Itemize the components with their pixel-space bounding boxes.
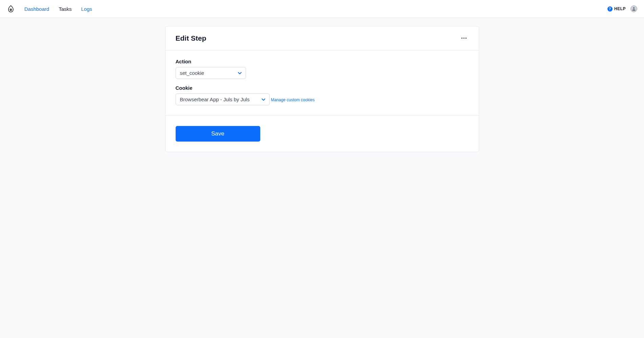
cookie-label: Cookie: [176, 85, 469, 91]
card-title: Edit Step: [176, 34, 206, 42]
card-body: Action set_cookie Cookie: [165, 50, 479, 116]
main-content: Edit Step ··· Action set_cookie: [0, 18, 644, 160]
help-label: HELP: [614, 6, 626, 11]
nav-left: Dashboard Tasks Logs: [7, 5, 92, 13]
cookie-select[interactable]: Browserbear App - Juls by Juls: [176, 93, 270, 105]
action-field-group: Action set_cookie: [176, 59, 469, 79]
svg-point-2: [11, 9, 12, 10]
more-menu-button[interactable]: ···: [460, 34, 468, 43]
svg-point-1: [10, 9, 11, 10]
nav-link-dashboard[interactable]: Dashboard: [24, 6, 49, 12]
action-select-wrap: set_cookie: [176, 67, 246, 79]
card-header: Edit Step ···: [165, 26, 479, 50]
top-navigation: Dashboard Tasks Logs ? HELP: [0, 0, 644, 18]
nav-link-logs[interactable]: Logs: [81, 6, 92, 12]
help-icon: ?: [607, 6, 613, 12]
action-select[interactable]: set_cookie: [176, 67, 246, 79]
avatar[interactable]: [630, 5, 637, 12]
logo[interactable]: [7, 5, 15, 13]
edit-step-card: Edit Step ··· Action set_cookie: [165, 26, 479, 152]
svg-point-0: [10, 8, 12, 10]
nav-right: ? HELP: [607, 5, 637, 12]
nav-link-tasks[interactable]: Tasks: [59, 6, 71, 12]
help-link[interactable]: ? HELP: [607, 6, 626, 12]
cookie-select-wrap: Browserbear App - Juls by Juls: [176, 93, 270, 105]
logo-icon: [7, 5, 15, 13]
card-footer: Save: [165, 116, 479, 152]
save-button[interactable]: Save: [176, 126, 260, 142]
manage-cookies-link[interactable]: Manage custom cookies: [271, 98, 314, 102]
action-label: Action: [176, 59, 469, 64]
more-icon: ···: [461, 35, 467, 42]
avatar-icon: [631, 6, 636, 11]
svg-point-3: [633, 7, 635, 9]
nav-links: Dashboard Tasks Logs: [24, 6, 92, 12]
cookie-field-group: Cookie Browserbear App - Juls by Juls Ma…: [176, 85, 469, 105]
